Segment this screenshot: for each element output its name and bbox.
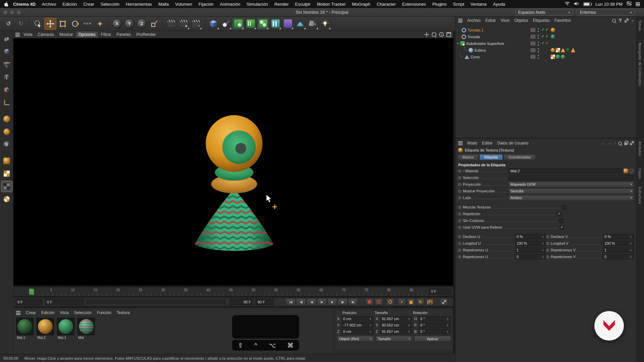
key-rotation-toggle[interactable]: ↻ xyxy=(417,298,424,305)
tile-checkbox[interactable] xyxy=(557,212,561,216)
material-swatch[interactable]: Mat.1 xyxy=(57,318,75,340)
zoom-view-icon[interactable] xyxy=(432,32,436,37)
toggle-view-icon[interactable] xyxy=(446,32,451,37)
tiles-u2-field[interactable]: 0 xyxy=(515,254,546,259)
coord-mode-dropdown[interactable]: Objeto (Rel) xyxy=(337,336,374,342)
anim-dot-icon[interactable] xyxy=(458,249,461,252)
size-x-field[interactable]: 91.657 cm xyxy=(380,316,412,321)
uvw-tag-icon[interactable] xyxy=(556,48,560,52)
render-check-icon[interactable] xyxy=(545,34,548,39)
current-frame-field[interactable]: 0 F xyxy=(429,289,451,295)
attribute-menu-icon[interactable] xyxy=(458,141,463,145)
length-u-field[interactable]: 100 % xyxy=(515,241,546,246)
stepper-icon[interactable] xyxy=(542,242,545,245)
tab-navegador-contenidos[interactable]: Navegador de Contenidos xyxy=(638,43,642,86)
material-swatch[interactable]: Mat.2 xyxy=(37,318,55,340)
menubar-item[interactable]: Crear xyxy=(83,2,94,7)
prev-key-button[interactable]: ◀| xyxy=(296,298,306,305)
history-forward-icon[interactable]: → xyxy=(607,141,611,145)
layer-chip[interactable] xyxy=(531,35,535,39)
viewport-menu-item[interactable]: Vista xyxy=(21,32,35,38)
expander-icon[interactable]: › xyxy=(463,169,464,173)
material-menu-item[interactable]: Crear xyxy=(26,310,36,315)
material-menu-item[interactable]: Edición xyxy=(41,310,54,315)
uv-mode-icon[interactable] xyxy=(1,156,12,166)
pos-x-field[interactable]: 0 cm xyxy=(342,316,374,321)
array-button[interactable] xyxy=(257,18,269,29)
tab-capas[interactable]: Capas xyxy=(638,168,642,179)
menubar-item[interactable]: Malla xyxy=(158,2,169,7)
filter-icon[interactable] xyxy=(618,19,622,22)
menubar-item[interactable]: Extensiones xyxy=(402,2,426,7)
attribute-menu-item[interactable]: Datos de Usuario xyxy=(497,141,528,145)
attribute-menu-item[interactable]: Modo xyxy=(467,141,477,145)
material-menu-item[interactable]: Selección xyxy=(74,310,92,315)
texture-axis-mode-icon[interactable] xyxy=(1,126,12,137)
make-editable-icon[interactable]: ⇄ xyxy=(1,34,12,44)
tab-etiqueta[interactable]: Etiqueta xyxy=(479,154,503,160)
tiles-u-field[interactable]: 1 xyxy=(515,247,546,253)
layer-chip[interactable] xyxy=(531,55,535,59)
recorder-widget[interactable] xyxy=(594,311,624,341)
tab-basico[interactable]: Básico xyxy=(458,154,479,160)
stepper-icon[interactable] xyxy=(370,324,372,326)
visibility-dots[interactable] xyxy=(538,35,539,39)
preview-range-bar[interactable] xyxy=(87,300,225,304)
parent-up-icon[interactable]: ↑ xyxy=(614,141,616,145)
light-button[interactable] xyxy=(319,18,331,29)
texture-tag-icon[interactable] xyxy=(551,35,555,39)
menubar-clock[interactable]: Lun 10:38 PM xyxy=(595,2,623,7)
anim-dot-icon[interactable] xyxy=(458,183,461,186)
layer-chip[interactable] xyxy=(531,48,535,52)
object-menu-item[interactable]: Editar xyxy=(485,18,496,23)
uvw-bump-checkbox[interactable] xyxy=(560,225,564,230)
visibility-dots[interactable] xyxy=(538,28,539,32)
enabled-check-icon[interactable] xyxy=(541,34,544,39)
object-menu-icon[interactable] xyxy=(458,19,463,22)
uv-point-mode-icon[interactable] xyxy=(1,181,12,192)
texture-tag-icon[interactable] xyxy=(561,55,565,59)
z-axis-lock-button[interactable]: Z xyxy=(136,18,148,29)
uv-edge-mode-icon[interactable] xyxy=(1,194,12,204)
menubar-item[interactable]: Archivo xyxy=(42,2,56,7)
menubar-item[interactable]: Selección xyxy=(101,2,119,7)
stepper-icon[interactable] xyxy=(408,317,411,320)
key-scale-toggle[interactable]: ▣ xyxy=(407,298,415,305)
stepper-icon[interactable] xyxy=(447,324,449,326)
object-row[interactable]: Toroide xyxy=(455,34,637,40)
stepper-icon[interactable] xyxy=(370,330,372,333)
enabled-check-icon[interactable] xyxy=(541,27,544,32)
coordinate-system-button[interactable] xyxy=(149,18,160,29)
object-menu-item[interactable]: Archivo xyxy=(467,18,481,23)
snap-icon[interactable]: S xyxy=(1,139,12,150)
viewport-menu-item[interactable]: Opciones xyxy=(76,32,98,38)
material-menu-item[interactable]: Vista xyxy=(60,310,68,315)
object-menu-item[interactable]: Objetos xyxy=(515,18,528,23)
play-button[interactable]: ▶ xyxy=(317,298,327,305)
anim-dot-icon[interactable] xyxy=(458,255,461,258)
material-name[interactable]: Mat xyxy=(77,335,96,340)
menubar-item[interactable]: Motion Tracker xyxy=(317,2,346,7)
panel-divider[interactable] xyxy=(455,137,637,139)
object-row[interactable]: ▾ Subdivisión Superficie xyxy=(455,40,637,47)
timeline-ruler[interactable]: 051015202530354045505560657075808590 0 F xyxy=(13,287,453,296)
subdivision-surface-button[interactable] xyxy=(232,18,244,29)
menubar-item[interactable]: Script xyxy=(453,2,464,7)
volume-icon[interactable] xyxy=(574,2,579,7)
length-v-field[interactable]: 100 % xyxy=(603,241,634,246)
selection-field[interactable] xyxy=(508,175,634,180)
last-used-tool[interactable] xyxy=(94,18,106,29)
lock-icon[interactable] xyxy=(624,142,628,145)
viewport-menu-item[interactable]: ProRender xyxy=(134,32,158,38)
pos-z-field[interactable]: 0 cm xyxy=(342,329,374,334)
material-thumbnail[interactable] xyxy=(77,318,95,335)
expander-icon[interactable]: ▾ xyxy=(456,42,460,45)
pan-view-icon[interactable] xyxy=(424,32,429,37)
render-check-icon[interactable] xyxy=(545,27,548,32)
anim-dot-icon[interactable] xyxy=(546,249,549,252)
menubar-item[interactable]: Plugins xyxy=(432,2,447,7)
tiles-v2-field[interactable]: 0 xyxy=(603,254,634,259)
seamless-checkbox[interactable] xyxy=(559,219,563,223)
viewport-menu-item[interactable]: Mostrar xyxy=(57,32,75,38)
anim-dot-icon[interactable] xyxy=(458,196,461,199)
